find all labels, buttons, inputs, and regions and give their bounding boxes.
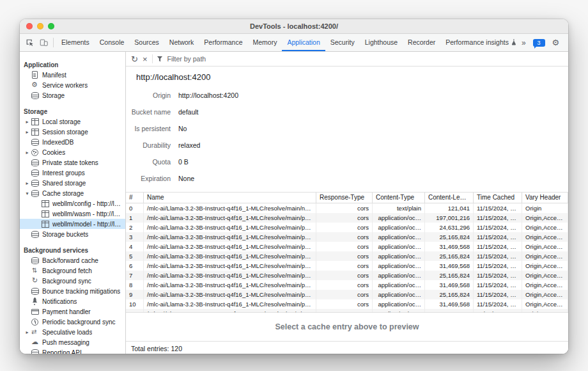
sidebar-item[interactable]: Back/forward cache <box>20 255 125 265</box>
devtools-tab[interactable]: Console <box>95 34 130 51</box>
cell-response-type: cors <box>316 280 373 290</box>
close-window-button[interactable] <box>26 23 33 29</box>
expand-arrow-icon[interactable] <box>24 150 31 155</box>
sidebar-item[interactable]: Storage <box>20 90 125 100</box>
sidebar-item[interactable]: Notifications <box>20 296 125 306</box>
cell-name: /mlc-ai/Llama-3.2-3B-Instruct-q4f16_1-ML… <box>144 280 316 290</box>
devtools-tab[interactable]: Lighthouse <box>360 34 403 51</box>
devtools-tab[interactable]: Recorder <box>403 34 440 51</box>
table-row[interactable]: 5 /mlc-ai/Llama-3.2-3B-Instruct-q4f16_1-… <box>126 251 568 261</box>
table-row[interactable]: 7 /mlc-ai/Llama-3.2-3B-Instruct-q4f16_1-… <box>126 271 568 280</box>
sidebar-item[interactable]: Manifest <box>20 70 125 80</box>
sidebar-item[interactable]: Background sync <box>20 276 125 286</box>
cell-vary-header: Origin,Access… <box>522 223 568 232</box>
table-row[interactable]: 8 /mlc-ai/Llama-3.2-3B-Instruct-q4f16_1-… <box>126 280 568 290</box>
filter-input[interactable]: Filter by path <box>167 55 206 63</box>
refresh-icon[interactable]: ↻ <box>131 55 138 63</box>
sidebar-item[interactable]: webllm/wasm - http://loca… <box>20 209 125 219</box>
cell-content-type: application/oc… <box>373 261 425 271</box>
expand-arrow-icon[interactable] <box>24 119 31 125</box>
sidebar-item[interactable]: Service workers <box>20 80 125 90</box>
filter-funnel-icon <box>157 56 163 62</box>
metadata-row: Durability relaxed <box>131 137 568 154</box>
delete-selected-icon[interactable]: × <box>143 55 148 63</box>
sidebar-item[interactable]: Background fetch <box>20 265 125 276</box>
column-header[interactable]: Response-Type <box>316 193 373 203</box>
expand-arrow-icon[interactable] <box>24 180 31 186</box>
sidebar-item[interactable]: Storage buckets <box>20 229 125 239</box>
sidebar-item[interactable]: Reporting API <box>20 347 125 354</box>
table-row[interactable]: 0 /mlc-ai/Llama-3.2-3B-Instruct-q4f16_1-… <box>126 203 568 213</box>
sidebar-item-label: webllm/wasm - http://loca… <box>52 210 123 217</box>
document-icon <box>31 71 40 79</box>
sidebar-item-label: Cookies <box>42 149 65 156</box>
table-row[interactable]: 6 /mlc-ai/Llama-3.2-3B-Instruct-q4f16_1-… <box>126 261 568 271</box>
expand-arrow-icon[interactable] <box>24 191 31 196</box>
cell-vary-header: Origin,Access… <box>522 232 568 242</box>
sidebar-item[interactable]: Periodic background sync <box>20 317 125 327</box>
kebab-menu-icon[interactable]: ⋮ <box>566 38 568 47</box>
table-row[interactable]: 9 /mlc-ai/Llama-3.2-3B-Instruct-q4f16_1-… <box>126 290 568 299</box>
sidebar-item[interactable]: Speculative loads <box>20 327 125 337</box>
devtools-tab[interactable]: Memory <box>247 34 282 51</box>
sidebar-item[interactable]: Local storage <box>20 116 125 127</box>
cell-index: 1 <box>126 213 144 223</box>
zoom-window-button[interactable] <box>48 23 54 29</box>
column-header[interactable]: Content-Length <box>425 193 474 203</box>
tab-label: Console <box>100 38 125 46</box>
sidebar-item[interactable]: webllm/model - http://loc… <box>20 219 125 229</box>
sidebar-item[interactable]: Bounce tracking mitigations <box>20 286 125 296</box>
sidebar-item[interactable]: Session storage <box>20 127 125 137</box>
inspect-element-icon[interactable] <box>22 34 36 51</box>
column-header[interactable]: Vary Header <box>522 193 568 203</box>
devtools-tab[interactable]: Network <box>164 34 199 51</box>
tab-label: Elements <box>61 38 89 46</box>
table-row[interactable]: 4 /mlc-ai/Llama-3.2-3B-Instruct-q4f16_1-… <box>126 242 568 251</box>
more-tabs-icon[interactable]: » <box>522 38 526 47</box>
table-header-row: # Name Response-Type Content-Type Conten… <box>126 193 568 203</box>
table-row[interactable]: 1 /mlc-ai/Llama-3.2-3B-Instruct-q4f16_1-… <box>126 213 568 223</box>
sidebar-item-label: Manifest <box>42 72 66 79</box>
sidebar-item[interactable]: Cache storage <box>20 188 125 198</box>
window-title: DevTools - localhost:4200/ <box>20 22 568 30</box>
device-toolbar-icon[interactable] <box>36 34 50 51</box>
devtools-tab[interactable]: Sources <box>129 34 164 51</box>
devtools-tab[interactable]: Elements <box>56 34 95 51</box>
sidebar-item[interactable]: Interest groups <box>20 168 125 178</box>
sidebar-item-label: Payment handler <box>42 308 91 315</box>
metadata-label: Durability <box>131 141 171 149</box>
devtools-tab[interactable]: Security <box>325 34 360 51</box>
sidebar-item[interactable]: IndexedDB <box>20 137 125 147</box>
sidebar-item[interactable]: Payment handler <box>20 306 125 317</box>
devtools-tab[interactable]: Performance <box>199 34 247 51</box>
expand-arrow-icon[interactable] <box>24 129 31 135</box>
column-header[interactable]: Time Cached <box>474 193 522 203</box>
sidebar-item[interactable]: Shared storage <box>20 178 125 188</box>
bell-icon <box>31 297 40 305</box>
tab-label: Sources <box>134 38 159 46</box>
sidebar-item[interactable]: Push messaging <box>20 337 125 347</box>
cell-content-length: 24,631,296 <box>425 223 474 232</box>
column-header[interactable]: Content-Type <box>373 193 425 203</box>
expand-arrow-icon[interactable] <box>24 329 31 335</box>
tabbar-right-controls: » 3 ⚙ ⋮ <box>522 34 568 51</box>
table-row[interactable]: 10 /mlc-ai/Llama-3.2-3B-Instruct-q4f16_1… <box>126 299 568 309</box>
table-row[interactable]: 3 /mlc-ai/Llama-3.2-3B-Instruct-q4f16_1-… <box>126 232 568 242</box>
table-body: 0 /mlc-ai/Llama-3.2-3B-Instruct-q4f16_1-… <box>126 203 568 312</box>
cell-name: /mlc-ai/Llama-3.2-3B-Instruct-q4f16_1-ML… <box>144 213 316 223</box>
database-icon <box>31 189 40 197</box>
devtools-tab[interactable]: Performance insights <box>440 34 522 51</box>
settings-gear-icon[interactable]: ⚙ <box>552 38 560 47</box>
sidebar-item[interactable]: Private state tokens <box>20 157 125 168</box>
metadata-value: default <box>178 108 199 116</box>
table-row[interactable]: 2 /mlc-ai/Llama-3.2-3B-Instruct-q4f16_1-… <box>126 223 568 232</box>
cell-content-length: 25,165,824 <box>425 251 474 261</box>
sidebar-item[interactable]: Cookies <box>20 147 125 157</box>
console-messages-icon[interactable]: 3 <box>533 39 545 47</box>
devtools-tab[interactable]: Application <box>282 34 325 51</box>
metadata-value: 0 B <box>178 158 189 166</box>
minimize-window-button[interactable] <box>37 23 43 29</box>
column-header[interactable]: Name <box>144 193 316 203</box>
column-header[interactable]: # <box>126 193 144 203</box>
sidebar-item[interactable]: webllm/config - http://loc… <box>20 198 125 209</box>
